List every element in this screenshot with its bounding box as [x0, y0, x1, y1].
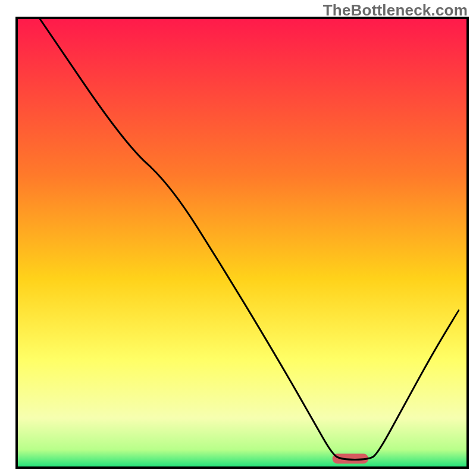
chart-svg — [0, 0, 476, 476]
watermark-text: TheBottleneck.com — [323, 1, 468, 20]
bottleneck-chart: TheBottleneck.com — [0, 0, 476, 476]
plot-area — [17, 18, 468, 468]
